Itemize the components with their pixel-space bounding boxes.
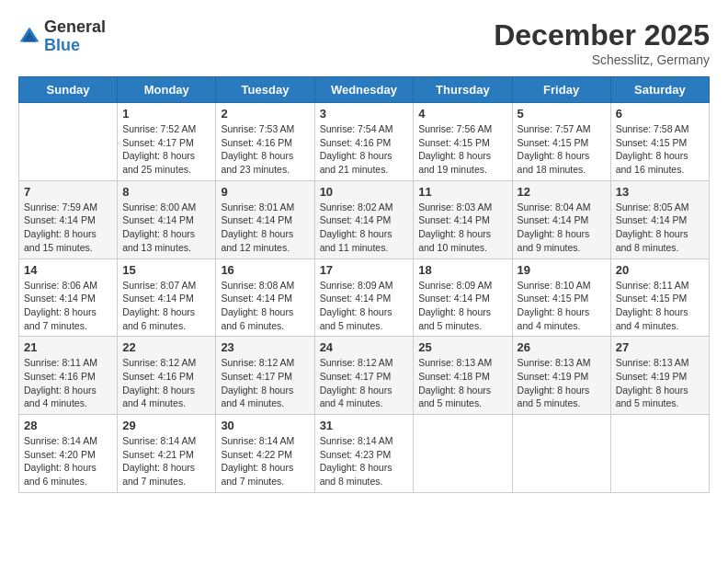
- day-number: 2: [221, 107, 309, 121]
- day-number: 1: [122, 107, 210, 121]
- calendar-cell: 24Sunrise: 8:12 AM Sunset: 4:17 PM Dayli…: [314, 337, 414, 415]
- cell-content: Sunrise: 8:12 AM Sunset: 4:17 PM Dayligh…: [221, 356, 309, 410]
- day-number: 3: [320, 107, 409, 121]
- calendar-cell: 17Sunrise: 8:09 AM Sunset: 4:14 PM Dayli…: [314, 259, 414, 337]
- cell-content: Sunrise: 8:03 AM Sunset: 4:14 PM Dayligh…: [418, 201, 506, 255]
- calendar-cell: 26Sunrise: 8:13 AM Sunset: 4:19 PM Dayli…: [512, 337, 610, 415]
- day-number: 4: [418, 107, 506, 121]
- cell-content: Sunrise: 8:11 AM Sunset: 4:16 PM Dayligh…: [24, 356, 112, 410]
- calendar-cell: 10Sunrise: 8:02 AM Sunset: 4:14 PM Dayli…: [314, 180, 414, 259]
- day-number: 7: [24, 185, 112, 199]
- cell-content: Sunrise: 8:11 AM Sunset: 4:15 PM Dayligh…: [616, 279, 704, 333]
- day-of-week-header: Friday: [512, 77, 610, 103]
- calendar-cell: [19, 103, 118, 181]
- calendar-cell: 18Sunrise: 8:09 AM Sunset: 4:14 PM Dayli…: [414, 259, 512, 337]
- logo: General Blue: [18, 18, 106, 55]
- cell-content: Sunrise: 8:04 AM Sunset: 4:14 PM Dayligh…: [518, 201, 606, 255]
- cell-content: Sunrise: 7:58 AM Sunset: 4:15 PM Dayligh…: [616, 122, 704, 177]
- day-number: 21: [24, 340, 112, 354]
- calendar-cell: 14Sunrise: 8:06 AM Sunset: 4:14 PM Dayli…: [19, 259, 118, 337]
- day-number: 19: [518, 263, 606, 277]
- cell-content: Sunrise: 8:06 AM Sunset: 4:14 PM Dayligh…: [24, 279, 112, 333]
- day-number: 9: [221, 185, 309, 199]
- cell-content: Sunrise: 8:08 AM Sunset: 4:14 PM Dayligh…: [221, 279, 309, 333]
- cell-content: Sunrise: 8:05 AM Sunset: 4:14 PM Dayligh…: [616, 201, 704, 255]
- title-area: December 2025 Schesslitz, Germany: [494, 18, 710, 67]
- day-number: 11: [418, 185, 506, 199]
- calendar-table: SundayMondayTuesdayWednesdayThursdayFrid…: [18, 76, 710, 493]
- day-number: 18: [418, 263, 506, 277]
- day-of-week-header: Wednesday: [314, 77, 414, 103]
- day-number: 12: [518, 185, 606, 199]
- calendar-week-row: 1Sunrise: 7:52 AM Sunset: 4:17 PM Daylig…: [19, 103, 710, 181]
- calendar-cell: 22Sunrise: 8:12 AM Sunset: 4:16 PM Dayli…: [118, 337, 216, 415]
- calendar-cell: [610, 415, 709, 493]
- day-of-week-header: Sunday: [19, 77, 118, 103]
- calendar-cell: 4Sunrise: 7:56 AM Sunset: 4:15 PM Daylig…: [414, 103, 512, 181]
- day-number: 31: [320, 419, 409, 432]
- calendar-cell: 29Sunrise: 8:14 AM Sunset: 4:21 PM Dayli…: [118, 415, 216, 493]
- day-number: 17: [320, 263, 409, 277]
- day-number: 22: [122, 340, 210, 354]
- day-number: 15: [122, 263, 210, 277]
- day-number: 27: [616, 340, 704, 354]
- calendar-cell: 31Sunrise: 8:14 AM Sunset: 4:23 PM Dayli…: [314, 415, 414, 493]
- cell-content: Sunrise: 8:10 AM Sunset: 4:15 PM Dayligh…: [518, 279, 606, 333]
- day-number: 24: [320, 340, 409, 354]
- cell-content: Sunrise: 8:09 AM Sunset: 4:14 PM Dayligh…: [320, 279, 409, 333]
- calendar-cell: 11Sunrise: 8:03 AM Sunset: 4:14 PM Dayli…: [414, 180, 512, 259]
- day-number: 8: [122, 185, 210, 199]
- logo-general-text: General: [44, 18, 106, 37]
- day-number: 25: [418, 340, 506, 354]
- cell-content: Sunrise: 8:14 AM Sunset: 4:21 PM Dayligh…: [122, 434, 210, 488]
- day-number: 28: [24, 419, 112, 432]
- calendar-cell: 7Sunrise: 7:59 AM Sunset: 4:14 PM Daylig…: [19, 180, 118, 259]
- calendar-cell: 28Sunrise: 8:14 AM Sunset: 4:20 PM Dayli…: [19, 415, 118, 493]
- calendar-cell: 23Sunrise: 8:12 AM Sunset: 4:17 PM Dayli…: [216, 337, 314, 415]
- day-of-week-header: Monday: [118, 77, 216, 103]
- cell-content: Sunrise: 7:56 AM Sunset: 4:15 PM Dayligh…: [418, 122, 506, 177]
- calendar-cell: 20Sunrise: 8:11 AM Sunset: 4:15 PM Dayli…: [610, 259, 709, 337]
- day-number: 23: [221, 340, 309, 354]
- cell-content: Sunrise: 8:07 AM Sunset: 4:14 PM Dayligh…: [122, 279, 210, 333]
- page-header: General Blue December 2025 Schesslitz, G…: [18, 18, 710, 67]
- calendar-cell: 12Sunrise: 8:04 AM Sunset: 4:14 PM Dayli…: [512, 180, 610, 259]
- cell-content: Sunrise: 8:12 AM Sunset: 4:16 PM Dayligh…: [122, 356, 210, 410]
- calendar-header-row: SundayMondayTuesdayWednesdayThursdayFrid…: [19, 77, 710, 103]
- calendar-cell: 15Sunrise: 8:07 AM Sunset: 4:14 PM Dayli…: [118, 259, 216, 337]
- day-number: 26: [518, 340, 606, 354]
- calendar-cell: 3Sunrise: 7:54 AM Sunset: 4:16 PM Daylig…: [314, 103, 414, 181]
- day-number: 29: [122, 419, 210, 432]
- day-number: 5: [518, 107, 606, 121]
- calendar-cell: 2Sunrise: 7:53 AM Sunset: 4:16 PM Daylig…: [216, 103, 314, 181]
- cell-content: Sunrise: 8:14 AM Sunset: 4:20 PM Dayligh…: [24, 434, 112, 488]
- day-number: 6: [616, 107, 704, 121]
- calendar-cell: 16Sunrise: 8:08 AM Sunset: 4:14 PM Dayli…: [216, 259, 314, 337]
- cell-content: Sunrise: 7:54 AM Sunset: 4:16 PM Dayligh…: [320, 122, 409, 177]
- day-number: 13: [616, 185, 704, 199]
- calendar-week-row: 14Sunrise: 8:06 AM Sunset: 4:14 PM Dayli…: [19, 259, 710, 337]
- day-number: 16: [221, 263, 309, 277]
- calendar-cell: 21Sunrise: 8:11 AM Sunset: 4:16 PM Dayli…: [19, 337, 118, 415]
- calendar-cell: 5Sunrise: 7:57 AM Sunset: 4:15 PM Daylig…: [512, 103, 610, 181]
- calendar-cell: 6Sunrise: 7:58 AM Sunset: 4:15 PM Daylig…: [610, 103, 709, 181]
- cell-content: Sunrise: 8:13 AM Sunset: 4:19 PM Dayligh…: [616, 356, 704, 410]
- calendar-cell: [512, 415, 610, 493]
- cell-content: Sunrise: 8:14 AM Sunset: 4:22 PM Dayligh…: [221, 434, 309, 488]
- calendar-cell: [414, 415, 512, 493]
- cell-content: Sunrise: 8:02 AM Sunset: 4:14 PM Dayligh…: [320, 201, 409, 255]
- day-number: 20: [616, 263, 704, 277]
- day-number: 30: [221, 419, 309, 432]
- calendar-cell: 1Sunrise: 7:52 AM Sunset: 4:17 PM Daylig…: [118, 103, 216, 181]
- logo-icon: [18, 26, 40, 48]
- logo-text: General Blue: [44, 18, 106, 55]
- cell-content: Sunrise: 7:59 AM Sunset: 4:14 PM Dayligh…: [24, 201, 112, 255]
- logo-blue-text: Blue: [44, 37, 106, 55]
- cell-content: Sunrise: 8:13 AM Sunset: 4:19 PM Dayligh…: [518, 356, 606, 410]
- day-number: 14: [24, 263, 112, 277]
- location-text: Schesslitz, Germany: [494, 52, 710, 67]
- calendar-cell: 25Sunrise: 8:13 AM Sunset: 4:18 PM Dayli…: [414, 337, 512, 415]
- calendar-week-row: 7Sunrise: 7:59 AM Sunset: 4:14 PM Daylig…: [19, 180, 710, 259]
- day-of-week-header: Tuesday: [216, 77, 314, 103]
- cell-content: Sunrise: 8:01 AM Sunset: 4:14 PM Dayligh…: [221, 201, 309, 255]
